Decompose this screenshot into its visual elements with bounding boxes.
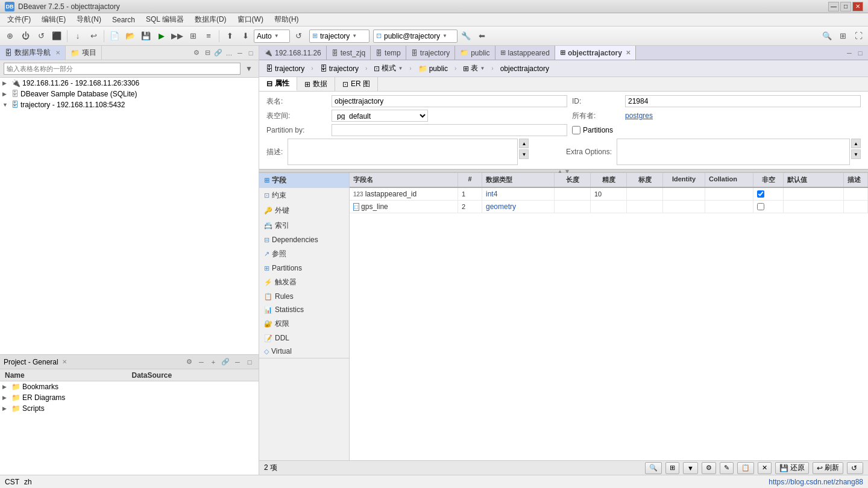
db-search-input[interactable]	[4, 63, 241, 75]
transaction-mode-dropdown[interactable]: Auto ▼	[254, 30, 290, 43]
breadcrumb-public[interactable]: 📁 public	[414, 63, 452, 75]
minimize-button[interactable]: —	[828, 2, 839, 11]
sidebar-item-permissions[interactable]: 🔐 权限	[259, 316, 349, 331]
tab-db-navigator[interactable]: 🗄 数据库导航 ✕	[0, 46, 66, 60]
extra-scroll-down-btn[interactable]: ▼	[851, 149, 861, 159]
settings-rows-btn[interactable]: ⚙	[702, 462, 716, 474]
format-btn[interactable]: ≡	[201, 29, 216, 43]
tab-restore-btn[interactable]: □	[855, 48, 866, 58]
conn-tab-ip[interactable]: 🔌 192.168.11.26	[259, 46, 327, 60]
disconnect-btn[interactable]: ⏻	[18, 29, 33, 43]
project-maximize-btn[interactable]: □	[244, 357, 255, 368]
tab-close-icon[interactable]: ✕	[626, 49, 631, 56]
run-btn[interactable]: ▶	[154, 29, 169, 43]
extra-scroll-up-btn[interactable]: ▲	[851, 139, 861, 148]
type-link-1[interactable]: int4	[486, 190, 497, 198]
sidebar-item-indexes[interactable]: 📇 索引	[259, 218, 349, 233]
menu-search[interactable]: Search	[107, 14, 140, 25]
open-script-btn[interactable]: 📂	[123, 29, 137, 43]
menu-help[interactable]: 帮助(H)	[269, 13, 304, 26]
sidebar-item-dependencies[interactable]: ⊟ Dependencies	[259, 233, 349, 246]
menu-file[interactable]: 文件(F)	[2, 13, 36, 26]
table-row[interactable]: 123 lastappeared_id 1 int4 10	[350, 188, 868, 201]
project-minimize-btn[interactable]: ─	[232, 357, 243, 368]
schema-dropdown[interactable]: ⊡ public@trajectory ▼	[373, 30, 458, 43]
project-minus-btn[interactable]: ─	[196, 357, 207, 368]
conn-tab-test[interactable]: 🗄 test_zjq	[327, 46, 371, 60]
save-changes-btn[interactable]: 💾 还原	[775, 462, 809, 474]
refresh-btn[interactable]: ↺	[291, 29, 306, 43]
sync-btn[interactable]: ⚙	[191, 48, 202, 58]
conn-tab-lastappeared[interactable]: ⊞ lastappeared	[495, 46, 555, 60]
minimize-panel-btn[interactable]: ─	[234, 48, 245, 58]
tools-btn[interactable]: 🔧	[459, 29, 473, 43]
tab-project[interactable]: 📁 项目	[66, 46, 102, 60]
breadcrumb-schema[interactable]: ⊡ 模式 ▼	[370, 61, 407, 75]
project-plus-btn[interactable]: +	[208, 357, 219, 368]
link-btn[interactable]: 🔗	[213, 48, 224, 58]
sidebar-item-references[interactable]: ↗ 参照	[259, 246, 349, 261]
owner-link[interactable]: postgres	[625, 111, 653, 120]
delete-row-btn[interactable]: ✕	[758, 462, 772, 474]
close-db-icon[interactable]: ✕	[55, 49, 60, 56]
back-btn[interactable]: ⬅	[474, 29, 489, 43]
type-link-2[interactable]: geometry	[486, 202, 516, 211]
search-rows-btn[interactable]: 🔍	[645, 462, 662, 474]
sidebar-item-fk[interactable]: 🔑 外键	[259, 203, 349, 218]
sidebar-item-virtual[interactable]: ◇ Virtual	[259, 345, 349, 358]
sidebar-item-partitions[interactable]: ⊞ Partitions	[259, 261, 349, 275]
copy-btn[interactable]: 📋	[737, 462, 754, 474]
tab-minimize-btn[interactable]: ─	[844, 48, 855, 58]
breadcrumb-trajectory2[interactable]: 🗄 trajectory	[316, 63, 363, 75]
connection-dropdown[interactable]: ⊞ trajectory ▼	[309, 30, 370, 43]
website-link[interactable]: https://blog.csdn.net/zhang88	[769, 478, 863, 486]
fullscreen-btn[interactable]: ⛶	[851, 29, 866, 43]
import-btn[interactable]: ⬇	[238, 29, 253, 43]
sidebar-item-fields[interactable]: ⊞ 字段	[259, 173, 349, 188]
filter-rows-btn[interactable]: ▼	[683, 462, 698, 474]
breadcrumb-object[interactable]: objecttrajactory	[496, 63, 553, 75]
conn-tab-object[interactable]: ⊞ objecttrajactory ✕	[555, 46, 636, 60]
tab-properties[interactable]: ⊟ 属性	[259, 77, 297, 91]
ellipsis-btn[interactable]: …	[224, 48, 234, 58]
breadcrumb-table[interactable]: ⊞ 表 ▼	[459, 61, 489, 75]
partitions-checkbox[interactable]	[572, 126, 580, 134]
search-global-btn[interactable]: 🔍	[820, 29, 834, 43]
menu-database[interactable]: 数据库(D)	[190, 13, 231, 26]
table-row[interactable]: □ gps_line 2 geometry	[350, 201, 868, 213]
tab-data[interactable]: ⊞ 数据	[297, 77, 335, 91]
explain-btn[interactable]: ⊞	[186, 29, 200, 43]
new-connection-btn[interactable]: ⊕	[2, 29, 17, 43]
rollback-btn[interactable]: ↩	[86, 29, 101, 43]
conn-tab-trajectory[interactable]: 🗄 trajectory	[406, 46, 455, 60]
project-item-bookmarks[interactable]: ▶ 📁 Bookmarks	[0, 381, 259, 392]
sidebar-item-triggers[interactable]: ⚡ 触发器	[259, 275, 349, 290]
tree-item-sqlite[interactable]: ▶ 🗄 DBeaver Sample Database (SQLite)	[0, 89, 259, 99]
save-script-btn[interactable]: 💾	[139, 29, 153, 43]
notnull-check-2[interactable]	[757, 203, 764, 210]
new-script-btn[interactable]: 📄	[107, 29, 122, 43]
close-button[interactable]: ✕	[852, 2, 863, 11]
tree-item-ip1[interactable]: ▶ 🔌 192.168.11.26 - 192.168.11.26:3306	[0, 78, 259, 89]
conn-tab-temp[interactable]: 🗄 temp	[371, 46, 406, 60]
tree-item-trajectory[interactable]: ▼ 🗄 trajectory - 192.168.11.108:5432	[0, 99, 259, 110]
partition-input[interactable]	[332, 124, 567, 136]
collapse-btn[interactable]: ⊟	[202, 48, 213, 58]
menu-edit[interactable]: 编辑(E)	[37, 13, 71, 26]
window-controls[interactable]: — □ ✕	[828, 2, 863, 11]
reconnect-btn[interactable]: ↺	[34, 29, 48, 43]
stop-btn[interactable]: ⬛	[49, 29, 64, 43]
menu-sql[interactable]: SQL 编辑器	[141, 13, 189, 26]
project-item-scripts[interactable]: ▶ 📁 Scripts	[0, 403, 259, 414]
tablename-input[interactable]	[332, 95, 567, 107]
edit-cell-btn[interactable]: ✎	[720, 462, 734, 474]
run-script-btn[interactable]: ▶▶	[170, 29, 184, 43]
scroll-up-btn[interactable]: ▲	[519, 139, 529, 148]
export-btn[interactable]: ⬆	[222, 29, 237, 43]
menu-window[interactable]: 窗口(W)	[233, 13, 268, 26]
sidebar-item-rules[interactable]: 📋 Rules	[259, 290, 349, 303]
project-settings-btn[interactable]: ⚙	[184, 357, 195, 368]
filter-icon[interactable]: ▼	[243, 63, 255, 75]
sidebar-item-statistics[interactable]: 📊 Statistics	[259, 303, 349, 316]
revert-btn[interactable]: ↩ 刷新	[813, 462, 843, 474]
